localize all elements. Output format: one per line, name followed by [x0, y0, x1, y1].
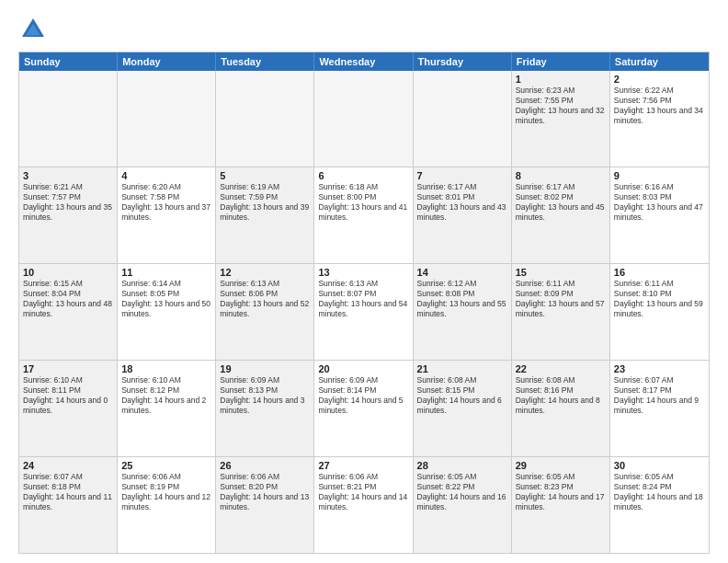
calendar-cell-14: 14Sunrise: 6:12 AM Sunset: 8:08 PM Dayli…	[414, 264, 512, 360]
calendar-cell-24: 24Sunrise: 6:07 AM Sunset: 8:18 PM Dayli…	[19, 457, 118, 553]
calendar-cell-16: 16Sunrise: 6:11 AM Sunset: 8:10 PM Dayli…	[610, 264, 709, 360]
calendar-cell-23: 23Sunrise: 6:07 AM Sunset: 8:17 PM Dayli…	[610, 361, 709, 456]
day-number: 4	[121, 170, 211, 181]
calendar-cell-11: 11Sunrise: 6:14 AM Sunset: 8:05 PM Dayli…	[118, 264, 216, 360]
day-number: 19	[220, 363, 310, 374]
day-number: 25	[121, 460, 211, 471]
calendar-row-0: 1Sunrise: 6:23 AM Sunset: 7:55 PM Daylig…	[19, 71, 709, 167]
header	[18, 15, 710, 44]
day-info: Sunrise: 6:13 AM Sunset: 8:07 PM Dayligh…	[318, 279, 408, 319]
day-info: Sunrise: 6:19 AM Sunset: 7:59 PM Dayligh…	[220, 182, 310, 223]
day-info: Sunrise: 6:11 AM Sunset: 8:09 PM Dayligh…	[516, 279, 606, 319]
day-info: Sunrise: 6:12 AM Sunset: 8:08 PM Dayligh…	[417, 279, 507, 319]
calendar-cell-17: 17Sunrise: 6:10 AM Sunset: 8:11 PM Dayli…	[19, 361, 118, 456]
day-info: Sunrise: 6:23 AM Sunset: 7:55 PM Dayligh…	[516, 86, 606, 126]
calendar-cell-19: 19Sunrise: 6:09 AM Sunset: 8:13 PM Dayli…	[216, 361, 314, 456]
calendar-row-4: 24Sunrise: 6:07 AM Sunset: 8:18 PM Dayli…	[19, 456, 709, 553]
day-info: Sunrise: 6:08 AM Sunset: 8:16 PM Dayligh…	[516, 375, 606, 416]
day-number: 17	[23, 363, 113, 374]
calendar-cell-3: 3Sunrise: 6:21 AM Sunset: 7:57 PM Daylig…	[19, 167, 118, 263]
calendar-row-1: 3Sunrise: 6:21 AM Sunset: 7:57 PM Daylig…	[19, 167, 709, 263]
calendar-cell-28: 28Sunrise: 6:05 AM Sunset: 8:22 PM Dayli…	[414, 457, 512, 553]
day-info: Sunrise: 6:20 AM Sunset: 7:58 PM Dayligh…	[121, 182, 211, 223]
day-number: 24	[23, 460, 113, 471]
calendar-cell-empty	[414, 71, 512, 167]
day-info: Sunrise: 6:05 AM Sunset: 8:22 PM Dayligh…	[417, 472, 507, 512]
day-info: Sunrise: 6:15 AM Sunset: 8:04 PM Dayligh…	[23, 279, 113, 319]
calendar-row-3: 17Sunrise: 6:10 AM Sunset: 8:11 PM Dayli…	[19, 360, 709, 456]
day-info: Sunrise: 6:21 AM Sunset: 7:57 PM Dayligh…	[23, 182, 113, 223]
page: SundayMondayTuesdayWednesdayThursdayFrid…	[0, 0, 728, 563]
day-info: Sunrise: 6:09 AM Sunset: 8:14 PM Dayligh…	[318, 375, 408, 416]
calendar-cell-29: 29Sunrise: 6:05 AM Sunset: 8:23 PM Dayli…	[512, 457, 610, 553]
calendar: SundayMondayTuesdayWednesdayThursdayFrid…	[18, 52, 710, 554]
calendar-cell-12: 12Sunrise: 6:13 AM Sunset: 8:06 PM Dayli…	[216, 264, 314, 360]
day-number: 5	[220, 170, 310, 181]
day-number: 3	[23, 170, 113, 181]
calendar-cell-8: 8Sunrise: 6:17 AM Sunset: 8:02 PM Daylig…	[512, 167, 610, 263]
calendar-cell-27: 27Sunrise: 6:06 AM Sunset: 8:21 PM Dayli…	[314, 457, 413, 553]
calendar-body: 1Sunrise: 6:23 AM Sunset: 7:55 PM Daylig…	[19, 71, 709, 553]
calendar-cell-9: 9Sunrise: 6:16 AM Sunset: 8:03 PM Daylig…	[610, 167, 709, 263]
calendar-cell-18: 18Sunrise: 6:10 AM Sunset: 8:12 PM Dayli…	[118, 361, 216, 456]
day-info: Sunrise: 6:14 AM Sunset: 8:05 PM Dayligh…	[121, 279, 211, 319]
day-number: 10	[23, 267, 113, 278]
calendar-cell-15: 15Sunrise: 6:11 AM Sunset: 8:09 PM Dayli…	[512, 264, 610, 360]
day-info: Sunrise: 6:17 AM Sunset: 8:02 PM Dayligh…	[516, 182, 606, 223]
day-number: 22	[516, 363, 606, 374]
day-number: 30	[614, 460, 705, 471]
day-number: 18	[121, 363, 211, 374]
calendar-cell-2: 2Sunrise: 6:22 AM Sunset: 7:56 PM Daylig…	[610, 71, 709, 167]
weekday-header-monday: Monday	[118, 52, 216, 71]
calendar-cell-empty	[19, 71, 118, 167]
day-info: Sunrise: 6:17 AM Sunset: 8:01 PM Dayligh…	[417, 182, 507, 223]
calendar-cell-22: 22Sunrise: 6:08 AM Sunset: 8:16 PM Dayli…	[512, 361, 610, 456]
day-info: Sunrise: 6:07 AM Sunset: 8:17 PM Dayligh…	[614, 375, 705, 416]
day-info: Sunrise: 6:16 AM Sunset: 8:03 PM Dayligh…	[614, 182, 705, 223]
day-number: 15	[516, 267, 606, 278]
calendar-cell-21: 21Sunrise: 6:08 AM Sunset: 8:15 PM Dayli…	[414, 361, 512, 456]
calendar-cell-empty	[118, 71, 216, 167]
day-number: 28	[417, 460, 507, 471]
calendar-cell-empty	[314, 71, 413, 167]
day-number: 8	[516, 170, 606, 181]
day-info: Sunrise: 6:18 AM Sunset: 8:00 PM Dayligh…	[318, 182, 408, 223]
day-info: Sunrise: 6:06 AM Sunset: 8:21 PM Dayligh…	[318, 472, 408, 512]
calendar-cell-20: 20Sunrise: 6:09 AM Sunset: 8:14 PM Dayli…	[314, 361, 413, 456]
calendar-cell-4: 4Sunrise: 6:20 AM Sunset: 7:58 PM Daylig…	[118, 167, 216, 263]
day-number: 29	[516, 460, 606, 471]
day-number: 23	[614, 363, 705, 374]
day-info: Sunrise: 6:09 AM Sunset: 8:13 PM Dayligh…	[220, 375, 310, 416]
logo	[18, 15, 51, 44]
day-info: Sunrise: 6:10 AM Sunset: 8:11 PM Dayligh…	[23, 375, 113, 416]
day-number: 14	[417, 267, 507, 278]
calendar-cell-30: 30Sunrise: 6:05 AM Sunset: 8:24 PM Dayli…	[610, 457, 709, 553]
day-number: 1	[516, 74, 606, 85]
day-number: 2	[614, 74, 705, 85]
day-number: 13	[318, 267, 408, 278]
calendar-cell-26: 26Sunrise: 6:06 AM Sunset: 8:20 PM Dayli…	[216, 457, 314, 553]
day-info: Sunrise: 6:22 AM Sunset: 7:56 PM Dayligh…	[614, 86, 705, 126]
day-info: Sunrise: 6:06 AM Sunset: 8:19 PM Dayligh…	[121, 472, 211, 512]
calendar-cell-1: 1Sunrise: 6:23 AM Sunset: 7:55 PM Daylig…	[512, 71, 610, 167]
weekday-header-friday: Friday	[512, 52, 610, 71]
day-info: Sunrise: 6:05 AM Sunset: 8:24 PM Dayligh…	[614, 472, 705, 512]
day-number: 26	[220, 460, 310, 471]
weekday-header-wednesday: Wednesday	[314, 52, 413, 71]
logo-icon	[18, 15, 48, 44]
calendar-cell-7: 7Sunrise: 6:17 AM Sunset: 8:01 PM Daylig…	[414, 167, 512, 263]
day-info: Sunrise: 6:05 AM Sunset: 8:23 PM Dayligh…	[516, 472, 606, 512]
day-info: Sunrise: 6:10 AM Sunset: 8:12 PM Dayligh…	[121, 375, 211, 416]
weekday-header-thursday: Thursday	[414, 52, 512, 71]
day-number: 9	[614, 170, 705, 181]
calendar-cell-13: 13Sunrise: 6:13 AM Sunset: 8:07 PM Dayli…	[314, 264, 413, 360]
day-number: 11	[121, 267, 211, 278]
weekday-header-saturday: Saturday	[610, 52, 709, 71]
calendar-header: SundayMondayTuesdayWednesdayThursdayFrid…	[19, 52, 709, 71]
day-number: 7	[417, 170, 507, 181]
calendar-cell-5: 5Sunrise: 6:19 AM Sunset: 7:59 PM Daylig…	[216, 167, 314, 263]
day-number: 12	[220, 267, 310, 278]
calendar-cell-25: 25Sunrise: 6:06 AM Sunset: 8:19 PM Dayli…	[118, 457, 216, 553]
weekday-header-tuesday: Tuesday	[216, 52, 314, 71]
day-number: 21	[417, 363, 507, 374]
